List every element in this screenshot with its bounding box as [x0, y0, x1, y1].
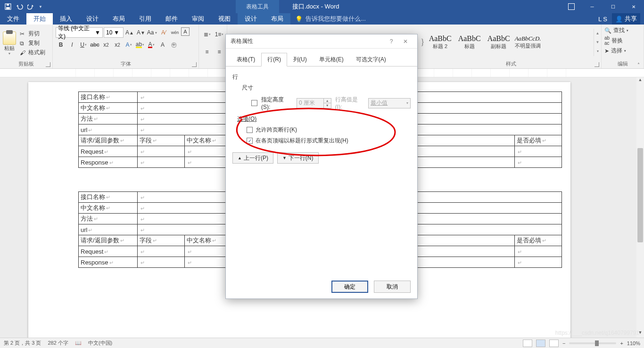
- vertical-scrollbar[interactable]: ▲ ▼: [636, 77, 644, 338]
- style-more-icon[interactable]: ▾: [594, 47, 601, 56]
- cell[interactable]: Request: [79, 246, 138, 257]
- format-painter-button[interactable]: 🖌格式刷: [20, 49, 45, 57]
- cell[interactable]: url: [79, 224, 138, 235]
- tab-insert[interactable]: 插入: [53, 13, 79, 25]
- cell[interactable]: Response: [79, 157, 138, 168]
- style-scroll-down-icon[interactable]: ▼: [594, 38, 601, 47]
- zoom-slider[interactable]: [569, 342, 616, 344]
- underline-icon[interactable]: U▾: [78, 40, 89, 50]
- cell[interactable]: 接口名称: [79, 192, 138, 203]
- font-launcher-icon[interactable]: [192, 62, 197, 67]
- spin-down-icon[interactable]: ▼: [323, 103, 331, 108]
- dialog-tab-row[interactable]: 行(R): [261, 53, 287, 66]
- cell[interactable]: [138, 257, 185, 268]
- zoom-in-icon[interactable]: +: [620, 340, 623, 346]
- replace-button[interactable]: abac替换: [604, 35, 623, 46]
- dialog-tab-cell[interactable]: 单元格(E): [313, 53, 350, 66]
- cell[interactable]: [515, 157, 562, 168]
- font-size-select[interactable]: 10▼: [104, 27, 124, 38]
- user-initials[interactable]: L S: [598, 16, 607, 23]
- cell[interactable]: [515, 146, 562, 157]
- cell[interactable]: 字段: [138, 135, 185, 146]
- cell[interactable]: 方法: [79, 214, 138, 224]
- paste-button[interactable]: 粘贴 ▼: [3, 32, 16, 55]
- ribbon-display-options-icon[interactable]: [561, 0, 582, 13]
- dialog-tab-table[interactable]: 表格(T): [231, 53, 261, 66]
- numbering-icon[interactable]: 1≡▾: [214, 29, 224, 40]
- language-status[interactable]: 中文(中国): [88, 340, 112, 347]
- close-icon[interactable]: ✕: [623, 0, 644, 13]
- specify-height-checkbox[interactable]: [251, 100, 257, 106]
- zoom-level[interactable]: 110%: [627, 340, 640, 346]
- tab-table-design[interactable]: 设计: [238, 13, 264, 25]
- tab-file[interactable]: 文件: [0, 13, 26, 25]
- tab-table-layout[interactable]: 布局: [264, 13, 290, 25]
- copy-button[interactable]: ⧉复制: [20, 39, 45, 47]
- subscript-icon[interactable]: x2: [101, 40, 111, 50]
- cell[interactable]: 接口名称: [79, 92, 138, 103]
- cell[interactable]: 是否必填: [515, 235, 562, 246]
- next-row-button[interactable]: ▼下一行(N): [277, 152, 319, 164]
- dialog-close-icon[interactable]: ✕: [398, 38, 413, 45]
- font-name-select[interactable]: 等线 (中文正文)▼: [56, 27, 103, 38]
- enclosed-char-icon[interactable]: ㊥: [169, 40, 179, 50]
- char-shading-icon[interactable]: A: [157, 40, 168, 50]
- strike-icon[interactable]: abc: [90, 40, 100, 50]
- highlight-icon[interactable]: ab▾: [135, 40, 145, 50]
- row-height-mode-select[interactable]: 最小值▾: [368, 98, 411, 108]
- tab-design[interactable]: 设计: [79, 13, 106, 25]
- height-input[interactable]: 0 厘米 ▲▼: [297, 98, 331, 108]
- dialog-tab-alttext[interactable]: 可选文字(A): [350, 53, 392, 66]
- grow-font-icon[interactable]: A▲: [124, 27, 135, 38]
- spin-up-icon[interactable]: ▲: [323, 99, 331, 103]
- tab-references[interactable]: 引用: [132, 13, 158, 25]
- page-status[interactable]: 第 2 页，共 3 页: [4, 340, 41, 347]
- tell-me-search[interactable]: 💡 告诉我您想要做什么...: [290, 13, 598, 25]
- styles-launcher-icon[interactable]: [594, 62, 599, 67]
- style-gallery[interactable]: } AaBbC标题 2 AaBbC标题 AaBbC副标题 AaBbCcD.不明显…: [421, 29, 592, 56]
- save-icon[interactable]: [5, 3, 11, 10]
- redo-icon[interactable]: [27, 3, 34, 10]
- style-title[interactable]: AaBbC标题: [455, 34, 484, 50]
- tab-home[interactable]: 开始: [26, 13, 53, 25]
- cell[interactable]: [138, 157, 185, 168]
- qat-dropdown-icon[interactable]: ▼: [39, 5, 42, 9]
- align-center-icon[interactable]: ≡: [214, 47, 224, 57]
- cell[interactable]: 中文名称: [79, 203, 138, 214]
- scrollbar-thumb[interactable]: [637, 148, 643, 242]
- cell[interactable]: url: [79, 124, 138, 135]
- dialog-tab-column[interactable]: 列(U): [287, 53, 313, 66]
- cell[interactable]: 是否必填: [515, 135, 562, 146]
- style-subtitle[interactable]: AaBbC副标题: [484, 34, 513, 50]
- cut-button[interactable]: ✂剪切: [20, 30, 45, 38]
- help-icon[interactable]: ?: [384, 38, 398, 45]
- style-heading2[interactable]: AaBbC标题 2: [426, 34, 455, 50]
- superscript-icon[interactable]: x2: [112, 40, 123, 50]
- prev-row-button[interactable]: ▲上一行(P): [232, 152, 273, 164]
- tab-view[interactable]: 视图: [211, 13, 238, 25]
- cell[interactable]: [138, 246, 185, 257]
- cell[interactable]: 请求/返回参数: [79, 235, 138, 246]
- print-layout-icon[interactable]: [536, 340, 545, 347]
- text-effects-icon[interactable]: A▾: [124, 40, 134, 50]
- cell[interactable]: 方法: [79, 114, 138, 124]
- cell[interactable]: Response: [79, 257, 138, 268]
- read-mode-icon[interactable]: [523, 340, 532, 347]
- undo-icon[interactable]: [16, 3, 23, 10]
- ok-button[interactable]: 确定: [331, 281, 368, 293]
- shrink-font-icon[interactable]: A▼: [136, 27, 146, 38]
- find-button[interactable]: 🔍查找▾: [604, 26, 628, 34]
- bold-icon[interactable]: B: [56, 40, 66, 50]
- style-scroll-up-icon[interactable]: ▲: [594, 29, 601, 38]
- spellcheck-icon[interactable]: 📖: [75, 340, 82, 346]
- scroll-up-icon[interactable]: ▲: [636, 77, 644, 85]
- cell[interactable]: [515, 246, 562, 257]
- maximize-icon[interactable]: ☐: [603, 0, 623, 13]
- char-border-icon[interactable]: A: [181, 27, 190, 36]
- select-button[interactable]: ➤选择▾: [604, 47, 626, 55]
- cell[interactable]: 中文名称: [79, 103, 138, 114]
- zoom-thumb[interactable]: [595, 340, 599, 346]
- cell[interactable]: [138, 146, 185, 157]
- clear-format-icon[interactable]: A⁄: [158, 27, 169, 38]
- allow-page-break-checkbox[interactable]: [247, 127, 253, 133]
